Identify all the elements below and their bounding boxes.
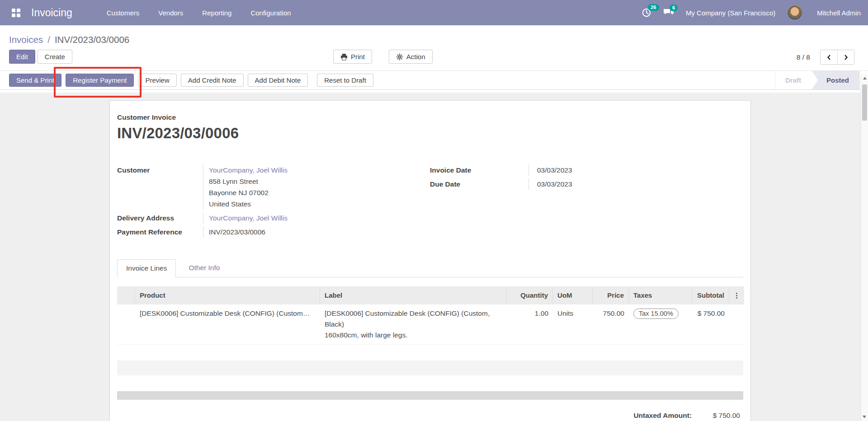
chevron-left-icon	[826, 54, 832, 61]
column-header-price[interactable]: Price	[593, 286, 629, 304]
preview-label: Preview	[145, 76, 169, 84]
row-quantity-cell: 1.00	[507, 304, 553, 344]
column-header-uom[interactable]: UoM	[553, 286, 593, 304]
tax-badge: Tax 15.00%	[633, 309, 679, 319]
tab-invoice-lines[interactable]: Invoice Lines	[117, 259, 176, 277]
column-header-label[interactable]: Label	[320, 286, 507, 304]
scroll-up-icon[interactable]	[863, 77, 867, 80]
scroll-down-icon[interactable]	[863, 416, 866, 418]
reset-to-draft-button[interactable]: Reset to Draft	[317, 74, 373, 87]
notebook-tabs: Invoice Lines Other Info	[117, 259, 743, 277]
create-button[interactable]: Create	[38, 50, 72, 64]
register-payment-button[interactable]: Register Payment	[66, 74, 134, 87]
printer-icon	[340, 53, 348, 61]
breadcrumb-current: INV/2023/03/0006	[55, 34, 129, 45]
gear-icon	[396, 53, 403, 61]
delivery-address-link[interactable]: YourCompany, Joel Willis	[209, 214, 288, 222]
row-label-text: [DESK0006] Customizable Desk (CONFIG) (C…	[325, 309, 490, 328]
optional-columns-toggle[interactable]	[729, 286, 744, 304]
add-debit-note-button[interactable]: Add Debit Note	[248, 74, 308, 87]
row-description-text: 160x80cm, with large legs.	[325, 330, 502, 341]
field-invoice-date: Invoice Date 03/03/2023	[430, 164, 743, 176]
messages-menu-button[interactable]: 6	[663, 8, 674, 17]
print-button-label: Print	[351, 53, 365, 61]
state-draft[interactable]: Draft	[775, 71, 813, 89]
pager-next-button[interactable]	[837, 50, 854, 64]
activity-count-badge: 26	[648, 4, 659, 11]
empty-row-stripe	[117, 360, 743, 375]
invoice-lines-table: Product Label Quantity UoM Price Taxes S…	[117, 286, 744, 345]
apps-menu-button[interactable]	[9, 6, 23, 20]
state-posted[interactable]: Posted	[812, 71, 860, 89]
pager-previous-button[interactable]	[821, 50, 837, 64]
untaxed-amount-value: $ 750.00	[708, 412, 740, 420]
field-payment-reference: Payment Reference INV/2023/03/0006	[117, 226, 416, 238]
untaxed-amount-label: Untaxed Amount:	[633, 412, 692, 420]
handle-column-header	[117, 286, 135, 304]
menu-configuration[interactable]: Configuration	[250, 9, 291, 17]
scrollbar-thumb[interactable]	[862, 84, 867, 121]
pager-counter: 8 / 8	[797, 53, 810, 61]
send-print-button[interactable]: Send & Print	[9, 74, 61, 87]
row-price-cell: 750.00	[593, 304, 629, 344]
user-menu[interactable]: Mitchell Admin	[817, 9, 861, 17]
column-header-subtotal[interactable]: Subtotal	[692, 286, 729, 304]
create-button-label: Create	[45, 53, 65, 61]
totals-section: Untaxed Amount: $ 750.00	[117, 412, 743, 420]
send-print-label: Send & Print	[16, 76, 54, 84]
vertical-scrollbar[interactable]	[861, 74, 868, 421]
action-button-label: Action	[406, 53, 425, 61]
customer-link[interactable]: YourCompany, Joel Willis	[209, 166, 288, 174]
row-handle-cell	[117, 304, 135, 344]
invoice-number-title: INV/2023/03/0006	[117, 125, 743, 142]
print-button[interactable]: Print	[333, 50, 372, 64]
invoice-date-value: 03/03/2023	[537, 166, 572, 174]
menu-vendors[interactable]: Vendors	[158, 9, 183, 17]
column-header-quantity[interactable]: Quantity	[507, 286, 553, 304]
due-date-value: 03/03/2023	[537, 180, 572, 188]
main-menu: Customers Vendors Reporting Configuratio…	[107, 9, 291, 17]
edit-button[interactable]: Edit	[9, 50, 35, 64]
table-header-row: Product Label Quantity UoM Price Taxes S…	[117, 286, 744, 304]
activity-menu-button[interactable]: 26	[642, 8, 651, 18]
row-uom-cell: Units	[553, 304, 593, 344]
action-button[interactable]: Action	[389, 50, 433, 64]
breadcrumb-separator: /	[47, 34, 50, 45]
add-credit-note-button[interactable]: Add Credit Note	[181, 74, 244, 87]
user-avatar[interactable]	[787, 5, 802, 20]
pager-nav	[820, 50, 854, 65]
invoice-sheet: Customer Invoice INV/2023/03/0006 Custom…	[109, 100, 751, 421]
tab-other-info[interactable]: Other Info	[180, 259, 228, 277]
add-credit-note-label: Add Credit Note	[188, 76, 236, 84]
breadcrumb-invoices-link[interactable]: Invoices	[9, 34, 43, 45]
customer-address-city: Bayonne NJ 07002	[209, 187, 288, 198]
breadcrumb: Invoices/INV/2023/03/0006	[0, 25, 868, 45]
message-count-badge: 6	[670, 5, 678, 11]
status-widget: Draft Posted	[775, 71, 860, 89]
register-payment-label: Register Payment	[73, 76, 127, 84]
column-header-product[interactable]: Product	[135, 286, 320, 304]
reset-to-draft-label: Reset to Draft	[324, 76, 366, 84]
statusbar: Send & Print Register Payment Preview Ad…	[0, 70, 868, 90]
apps-grid-icon	[12, 9, 20, 17]
document-type-label: Customer Invoice	[117, 113, 743, 122]
customer-address-street: 858 Lynn Street	[209, 176, 288, 187]
add-debit-note-label: Add Debit Note	[255, 76, 301, 84]
delivery-address-label: Delivery Address	[117, 212, 203, 224]
payment-reference-label: Payment Reference	[117, 226, 203, 238]
table-footer-band	[117, 391, 743, 400]
column-header-taxes[interactable]: Taxes	[629, 286, 692, 304]
menu-customers[interactable]: Customers	[107, 9, 140, 17]
invoice-line-row[interactable]: [DESK0006] Customizable Desk (CONFIG) (C…	[117, 304, 744, 345]
content-area: Customer Invoice INV/2023/03/0006 Custom…	[0, 93, 868, 421]
field-customer: Customer YourCompany, Joel Willis 858 Ly…	[117, 164, 416, 210]
preview-button[interactable]: Preview	[138, 74, 176, 87]
customer-address-country: United States	[209, 198, 288, 210]
menu-reporting[interactable]: Reporting	[202, 9, 231, 17]
row-subtotal-cell: $ 750.00	[692, 304, 729, 344]
field-delivery-address: Delivery Address YourCompany, Joel Willi…	[117, 212, 416, 224]
app-title[interactable]: Invoicing	[31, 7, 72, 19]
company-switcher[interactable]: My Company (San Francisco)	[686, 9, 775, 17]
due-date-label: Due Date	[430, 178, 528, 190]
row-taxes-cell: Tax 15.00%	[629, 304, 692, 344]
